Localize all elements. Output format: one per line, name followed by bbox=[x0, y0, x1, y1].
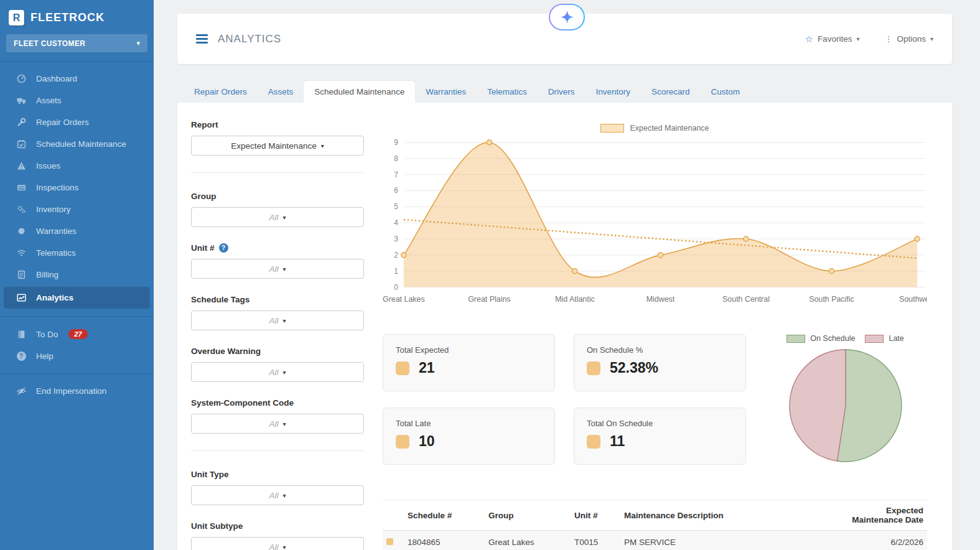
calendar-check-icon bbox=[16, 139, 27, 149]
overdue-warning-filter-label: Overdue Warning bbox=[191, 347, 364, 356]
svg-text:2: 2 bbox=[394, 251, 398, 259]
svg-text:9: 9 bbox=[394, 138, 398, 147]
sparkle-icon bbox=[560, 10, 574, 24]
sidebar-item-label: Inventory bbox=[36, 205, 71, 214]
menu-icon[interactable] bbox=[196, 34, 208, 44]
unit-dropdown[interactable]: All ▾ bbox=[191, 259, 364, 279]
cell-expected-date: 6/2/2026 bbox=[835, 531, 927, 550]
stat-card-total-expected: Total Expected 21 bbox=[383, 334, 555, 391]
unit-subtype-dropdown[interactable]: All ▾ bbox=[191, 537, 364, 550]
sidebar-item-billing[interactable]: Billing bbox=[0, 264, 154, 286]
svg-text:1: 1 bbox=[394, 267, 398, 276]
sidebar-item-analytics[interactable]: Analytics bbox=[4, 287, 150, 309]
schedule-tags-dropdown[interactable]: All ▾ bbox=[191, 310, 364, 330]
legend-label: Late bbox=[889, 334, 903, 343]
wifi-icon bbox=[16, 248, 27, 258]
table-header-icon-col bbox=[383, 500, 404, 531]
table-row[interactable]: 1804865 Great Lakes T0015 PM SERVICE 6/2… bbox=[383, 531, 927, 550]
sidebar-item-repair-orders[interactable]: Repair Orders bbox=[0, 111, 154, 133]
sidebar-item-label: Warranties bbox=[36, 226, 77, 236]
svg-text:5: 5 bbox=[394, 202, 398, 211]
caret-down-icon: ▾ bbox=[282, 544, 286, 550]
report-filter-label: Report bbox=[191, 120, 364, 129]
main-area: ANALYTICS ☆ Favorites ▾ ⋮ Options ▾ Repa… bbox=[154, 0, 980, 550]
stat-square-icon bbox=[396, 435, 409, 449]
tab-assets[interactable]: Assets bbox=[258, 81, 304, 103]
tab-drivers[interactable]: Drivers bbox=[538, 81, 586, 103]
tachometer-icon bbox=[16, 74, 27, 83]
system-component-dropdown-value: All bbox=[269, 419, 278, 429]
sidebar-item-help[interactable]: ? Help bbox=[0, 345, 154, 367]
svg-text:Great Plains: Great Plains bbox=[468, 295, 510, 304]
pie-legend: On Schedule Late bbox=[786, 334, 904, 343]
options-label: Options bbox=[897, 34, 926, 44]
caret-down-icon: ▾ bbox=[136, 39, 140, 47]
col-expected-date[interactable]: Expected Maintenance Date bbox=[835, 500, 927, 531]
tab-telematics[interactable]: Telematics bbox=[477, 81, 538, 103]
col-description[interactable]: Maintenance Description bbox=[620, 500, 835, 531]
question-circle-icon: ? bbox=[16, 352, 27, 361]
system-component-dropdown[interactable]: All ▾ bbox=[191, 414, 364, 434]
caret-down-icon: ▾ bbox=[282, 266, 286, 273]
overdue-warning-dropdown[interactable]: All ▾ bbox=[191, 362, 364, 382]
tab-scheduled-maintenance[interactable]: Scheduled Maintenance bbox=[304, 81, 415, 103]
caret-down-icon: ▾ bbox=[282, 421, 286, 427]
sidebar-item-dashboard[interactable]: Dashboard bbox=[0, 68, 154, 90]
tab-custom[interactable]: Custom bbox=[701, 81, 751, 103]
schedule-tags-filter-label: Schedule Tags bbox=[191, 295, 364, 304]
schedule-tags-dropdown-value: All bbox=[269, 316, 278, 325]
svg-text:Mid Atlantic: Mid Atlantic bbox=[555, 295, 594, 304]
unit-type-dropdown[interactable]: All ▾ bbox=[191, 485, 364, 505]
col-schedule[interactable]: Schedule # bbox=[404, 500, 485, 531]
tab-scorecard[interactable]: Scorecard bbox=[641, 81, 701, 103]
sidebar-item-todo[interactable]: To Do 27 bbox=[0, 323, 154, 345]
sidebar-nav-impersonation: End Impersonation bbox=[0, 374, 154, 408]
caret-down-icon: ▾ bbox=[282, 369, 286, 376]
ai-assistant-button[interactable] bbox=[549, 4, 585, 30]
filter-column: Report Expected Maintenance ▾ Group All … bbox=[191, 120, 364, 550]
sidebar-nav-main: Dashboard Assets Repair Orders Scheduled… bbox=[0, 62, 154, 316]
maintenance-table: Schedule # Group Unit # Maintenance Desc… bbox=[383, 500, 927, 550]
sidebar-item-end-impersonation[interactable]: End Impersonation bbox=[0, 380, 154, 402]
sidebar-item-inspections[interactable]: Inspections bbox=[0, 177, 154, 198]
warning-triangle-icon bbox=[16, 161, 27, 170]
sidebar-item-telematics[interactable]: Telematics bbox=[0, 242, 154, 264]
caret-down-icon: ▾ bbox=[282, 317, 286, 324]
overdue-warning-dropdown-value: All bbox=[269, 368, 278, 377]
book-icon bbox=[16, 330, 27, 339]
cell-unit: T0015 bbox=[571, 531, 620, 550]
sidebar-item-label: To Do bbox=[36, 330, 58, 339]
caret-down-icon: ▾ bbox=[321, 142, 324, 149]
sidebar-item-label: Help bbox=[36, 352, 54, 361]
help-icon[interactable]: ? bbox=[219, 243, 228, 253]
invoice-icon bbox=[16, 270, 27, 279]
stat-label: Total On Schedule bbox=[587, 419, 733, 428]
tab-repair-orders[interactable]: Repair Orders bbox=[184, 81, 258, 103]
report-dropdown[interactable]: Expected Maintenance ▾ bbox=[191, 136, 364, 156]
tab-inventory[interactable]: Inventory bbox=[585, 81, 641, 103]
svg-text:South Central: South Central bbox=[722, 295, 770, 304]
col-unit[interactable]: Unit # bbox=[571, 500, 620, 531]
stat-square-icon bbox=[587, 361, 600, 375]
options-dropdown[interactable]: ⋮ Options ▾ bbox=[884, 34, 933, 44]
sidebar-item-warranties[interactable]: Warranties bbox=[0, 220, 154, 242]
stat-card-total-late: Total Late 10 bbox=[383, 408, 555, 465]
favorites-dropdown[interactable]: ☆ Favorites ▾ bbox=[805, 34, 859, 45]
sidebar-item-scheduled-maintenance[interactable]: Scheduled Maintenance bbox=[0, 133, 154, 155]
fleet-customer-label: FLEET CUSTOMER bbox=[14, 39, 85, 48]
cell-description: PM SERVICE bbox=[620, 531, 835, 550]
unit-type-dropdown-value: All bbox=[269, 491, 278, 500]
caret-down-icon: ▾ bbox=[856, 35, 859, 42]
filter-divider bbox=[191, 172, 364, 173]
sidebar-item-inventory[interactable]: Inventory bbox=[0, 198, 154, 220]
tab-warranties[interactable]: Warranties bbox=[415, 81, 477, 103]
wrench-icon bbox=[16, 118, 27, 127]
sidebar-item-assets[interactable]: Assets bbox=[0, 90, 154, 111]
group-dropdown[interactable]: All ▾ bbox=[191, 207, 364, 227]
col-group[interactable]: Group bbox=[485, 500, 571, 531]
sidebar-item-issues[interactable]: Issues bbox=[0, 155, 154, 177]
svg-text:4: 4 bbox=[394, 218, 398, 227]
report-dropdown-value: Expected Maintenance bbox=[231, 141, 316, 151]
fleet-customer-selector[interactable]: FLEET CUSTOMER ▾ bbox=[6, 34, 147, 52]
sidebar-nav-secondary: To Do 27 ? Help bbox=[0, 317, 154, 373]
